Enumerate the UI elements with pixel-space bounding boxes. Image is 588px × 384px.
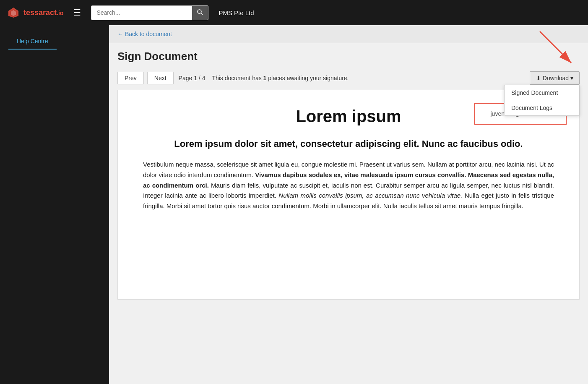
search-area [91, 5, 208, 20]
search-button[interactable] [192, 6, 208, 20]
doc-body: Vestibulum neque massa, scelerisque sit … [143, 159, 554, 212]
logo-text: tessaract.io [23, 8, 63, 17]
next-button[interactable]: Next [147, 72, 174, 84]
search-input[interactable] [91, 6, 192, 19]
doc-subtitle: Lorem ipsum dolor sit amet, consectetur … [143, 138, 554, 149]
back-link[interactable]: ← Back to document [117, 31, 172, 37]
document-viewer: juven+68@tessaract.io Lorem ipsum Lorem … [117, 90, 580, 300]
sidebar-help-link[interactable]: Help Centre [8, 34, 57, 50]
page-title: Sign Document [117, 50, 580, 63]
company-name: PMS Pte Ltd [219, 9, 254, 16]
top-nav: tessaract.io ☰ PMS Pte Ltd [0, 0, 588, 25]
hamburger-menu[interactable]: ☰ [70, 6, 84, 19]
logo-area: tessaract.io [7, 6, 63, 19]
svg-point-3 [198, 10, 201, 13]
layout: Help Centre ← Back to document Sign Docu… [0, 25, 588, 384]
breadcrumb-bar: ← Back to document [109, 25, 588, 43]
dropdown-signed-document[interactable]: Signed Document [505, 85, 579, 100]
page-header: Sign Document [109, 43, 588, 68]
download-button[interactable]: ⬇ Download ▾ [530, 71, 580, 85]
download-dropdown: Signed Document Document Logs [504, 85, 580, 116]
toolbar: Prev Next Page 1 / 4 This document has 1… [109, 68, 588, 90]
logo-icon [7, 6, 20, 19]
doc-para-1: Vestibulum neque massa, scelerisque sit … [143, 159, 554, 212]
doc-italic-1: Nullam mollis convallis ipsum, ac accums… [278, 192, 462, 199]
svg-line-4 [201, 13, 203, 15]
main-content: ← Back to document Sign Document Prev Ne… [109, 25, 588, 384]
prev-button[interactable]: Prev [117, 72, 144, 84]
page-info: Page 1 / 4 [179, 75, 206, 81]
search-icon [197, 9, 203, 15]
download-area: ⬇ Download ▾ Signed Document Document Lo… [530, 71, 580, 85]
signature-notice: This document has 1 places awaiting your… [212, 75, 349, 81]
sidebar: Help Centre [0, 25, 109, 384]
dropdown-document-logs[interactable]: Document Logs [505, 100, 579, 115]
